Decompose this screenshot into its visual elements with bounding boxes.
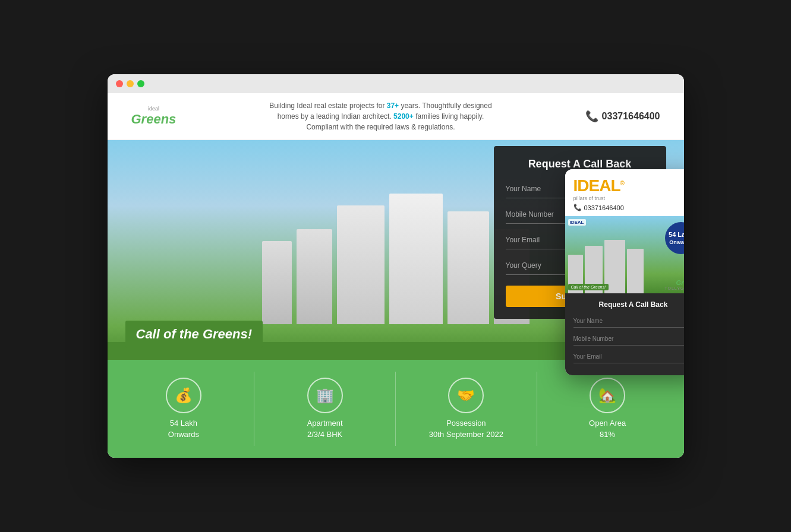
mobile-form-name[interactable] [573, 315, 684, 328]
mobile-form-title: Request A Call Back [573, 300, 684, 309]
browser-dot-minimize[interactable] [127, 80, 134, 87]
mobile-ideal-label: IDEAL [568, 219, 586, 226]
stat-open-area: 🏡 Open Area81% [537, 372, 678, 445]
stat-apartment: 🏢 Apartment2/3/4 BHK [254, 372, 396, 445]
possession-icon: 🤝 [448, 378, 484, 413]
price-icon: 💰 [166, 378, 201, 413]
phone-number: 03371646400 [602, 111, 660, 122]
browser-bar [108, 74, 684, 93]
stat-apartment-label: Apartment2/3/4 BHK [307, 418, 343, 439]
building-5 [262, 241, 292, 324]
building-4 [448, 211, 489, 324]
stat-possession-label: Possession30th September 2022 [429, 418, 503, 439]
building-3 [389, 194, 443, 324]
mobile-form-email[interactable] [573, 350, 684, 363]
building-1 [337, 205, 385, 324]
mobile-popup: IDEAL® pillars of trust 📞 03371646400 ID… [565, 169, 684, 375]
building-2 [297, 229, 332, 324]
stat-price: 💰 54 LakhOnwards [114, 372, 255, 445]
stat-open-area-label: Open Area81% [589, 418, 626, 439]
logo-ideal-text: ideal [148, 106, 159, 112]
mobile-phone-icon: 📞 [573, 204, 582, 211]
header-phone: 📞 03371646400 [585, 110, 660, 123]
ideal-logo-large: IDEAL® [573, 176, 684, 195]
browser-window: ideal Greens Building Ideal real estate … [108, 74, 684, 457]
mobile-building-4 [627, 249, 644, 293]
phone-icon: 📞 [585, 110, 598, 123]
open-area-icon: 🏡 [590, 378, 625, 413]
form-title: Request A Call Back [506, 158, 654, 170]
mobile-greens-logo: ideal Greens TOLLYGUNGE [664, 274, 683, 290]
browser-dot-close[interactable] [116, 80, 123, 87]
stat-price-label: 54 LakhOnwards [168, 418, 199, 439]
ideal-tagline: pillars of trust [573, 195, 684, 201]
logo-brand-text: Greens [131, 112, 177, 127]
mobile-call-banner: Call of the Greens! [568, 284, 609, 290]
logo-area: ideal Greens [131, 106, 177, 127]
mobile-form-mobile[interactable] [573, 332, 684, 346]
apartment-icon: 🏢 [307, 378, 343, 413]
mobile-header: IDEAL® pillars of trust 📞 03371646400 [565, 169, 684, 216]
mobile-hero-image: IDEAL 54 Lakh Onwards ideal Greens TOLLY… [565, 216, 684, 293]
browser-dot-fullscreen[interactable] [137, 80, 144, 87]
hero-cta-text: Call of the Greens! [125, 321, 263, 348]
mobile-popup-phone: 📞 03371646400 [573, 204, 684, 211]
mobile-form-section: Request A Call Back [565, 293, 684, 375]
stat-possession: 🤝 Possession30th September 2022 [396, 372, 537, 445]
header-tagline: Building Ideal real estate projects for … [267, 100, 493, 132]
site-header: ideal Greens Building Ideal real estate … [108, 93, 684, 140]
